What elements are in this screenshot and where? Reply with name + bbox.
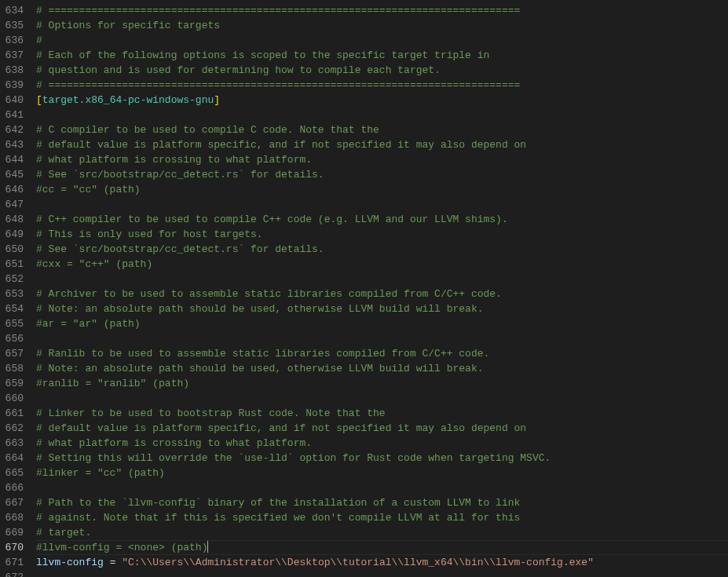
code-line[interactable]: # what platform is crossing to what plat… (36, 152, 728, 167)
code-line[interactable] (36, 108, 728, 122)
line-number: 661 (5, 406, 24, 421)
line-number: 666 (5, 480, 24, 495)
blank-line (36, 572, 42, 577)
code-line[interactable] (36, 391, 728, 406)
code-line[interactable]: # ======================================… (36, 78, 728, 93)
code-area[interactable]: # ======================================… (36, 0, 728, 577)
bracket-close: ] (214, 94, 220, 106)
line-number: 662 (5, 421, 24, 436)
section-name: target.x86_64-pc-windows-gnu (42, 94, 214, 106)
code-line[interactable] (36, 272, 728, 287)
code-line[interactable]: # what platform is crossing to what plat… (36, 436, 728, 451)
comment-text: # ======================================… (36, 5, 520, 16)
comment-text: #ar = "ar" (path) (36, 318, 141, 330)
comment-text: # This is only used for host targets. (36, 228, 263, 240)
line-number: 644 (5, 152, 24, 167)
code-line[interactable]: # Each of the following options is scope… (36, 48, 728, 63)
code-line[interactable] (36, 570, 728, 577)
code-line[interactable]: # Note: an absolute path should be used,… (36, 361, 728, 376)
blank-line (36, 199, 42, 210)
line-number: 640 (5, 93, 24, 108)
code-line[interactable]: # Ranlib to be used to assemble static l… (36, 346, 728, 361)
line-number: 637 (5, 48, 24, 63)
comment-text: #cxx = "c++" (path) (36, 258, 152, 270)
code-line[interactable]: # Archiver to be used to assemble static… (36, 287, 728, 301)
code-editor[interactable]: 6346356366376386396406416426436446456466… (0, 0, 728, 577)
code-line[interactable]: #llvm-config = <none> (path) (36, 540, 728, 555)
code-line[interactable]: # Path to the `llvm-config` binary of th… (36, 495, 728, 510)
line-number: 663 (5, 436, 24, 451)
code-line[interactable]: # (36, 33, 728, 48)
comment-text: # Linker to be used to bootstrap Rust co… (36, 407, 386, 419)
code-line[interactable]: # Note: an absolute path should be used,… (36, 301, 728, 316)
comment-text: # See `src/bootstrap/cc_detect.rs` for d… (36, 243, 324, 255)
code-line[interactable]: # C++ compiler to be used to compile C++… (36, 212, 728, 227)
line-number: 655 (5, 316, 24, 331)
code-line[interactable]: #cxx = "c++" (path) (36, 257, 728, 272)
bracket-open: [ (36, 94, 42, 106)
code-line[interactable]: # question and is used for determining h… (36, 63, 728, 78)
comment-text: # question and is used for determining h… (36, 64, 441, 76)
comment-text: # Path to the `llvm-config` binary of th… (36, 497, 520, 509)
comment-text: # what platform is crossing to what plat… (36, 154, 312, 166)
line-number: 642 (5, 122, 24, 137)
line-number-gutter: 6346356366376386396406416426436446456466… (0, 0, 36, 577)
code-line[interactable]: #ar = "ar" (path) (36, 316, 728, 331)
code-line[interactable] (36, 331, 728, 346)
comment-text: # Note: an absolute path should be used,… (36, 363, 484, 374)
code-line[interactable] (36, 480, 728, 495)
comment-text: # (36, 35, 42, 46)
line-number: 634 (5, 3, 24, 18)
comment-text: # Archiver to be used to assemble static… (36, 288, 502, 300)
line-number: 657 (5, 346, 24, 361)
comment-text: # ======================================… (36, 79, 520, 91)
code-line[interactable]: # ======================================… (36, 3, 728, 18)
blank-line (36, 273, 42, 285)
line-number: 635 (5, 18, 24, 33)
comment-text: # Note: an absolute path should be used,… (36, 303, 484, 315)
line-number: 636 (5, 33, 24, 48)
comment-text: # default value is platform specific, an… (36, 139, 526, 151)
text-cursor (207, 540, 208, 553)
code-line[interactable]: llvm-config = "C:\\Users\\Administrator\… (36, 555, 728, 570)
code-line[interactable]: # Setting this will override the `use-ll… (36, 451, 728, 466)
line-number: 671 (5, 555, 24, 570)
code-line[interactable]: # See `src/bootstrap/cc_detect.rs` for d… (36, 167, 728, 182)
line-number: 648 (5, 212, 24, 227)
code-line[interactable]: #ranlib = "ranlib" (path) (36, 376, 728, 391)
code-line[interactable]: # Options for specific targets (36, 18, 728, 33)
line-number: 639 (5, 78, 24, 93)
line-number: 643 (5, 137, 24, 152)
code-line[interactable]: # against. Note that if this is specifie… (36, 510, 728, 525)
comment-text: # C++ compiler to be used to compile C++… (36, 214, 508, 225)
code-line[interactable]: # C compiler to be used to compile C cod… (36, 122, 728, 137)
line-number: 649 (5, 227, 24, 242)
code-line[interactable]: # target. (36, 525, 728, 540)
code-line[interactable] (36, 197, 728, 212)
code-line[interactable]: #linker = "cc" (path) (36, 466, 728, 480)
blank-line (36, 482, 42, 494)
line-number: 669 (5, 525, 24, 540)
line-number: 638 (5, 63, 24, 78)
code-line[interactable]: [target.x86_64-pc-windows-gnu] (36, 93, 728, 108)
line-number: 652 (5, 272, 24, 287)
line-number: 659 (5, 376, 24, 391)
line-number: 656 (5, 331, 24, 346)
comment-text: # Setting this will override the `use-ll… (36, 452, 551, 464)
line-number: 653 (5, 287, 24, 301)
line-number: 651 (5, 257, 24, 272)
code-line[interactable]: #cc = "cc" (path) (36, 182, 728, 197)
code-line[interactable]: # Linker to be used to bootstrap Rust co… (36, 406, 728, 421)
blank-line (36, 393, 42, 404)
comment-text: # default value is platform specific, an… (36, 422, 526, 434)
code-line[interactable]: # See `src/bootstrap/cc_detect.rs` for d… (36, 242, 728, 257)
comment-text: #ranlib = "ranlib" (path) (36, 378, 189, 389)
comment-text: # target. (36, 527, 91, 539)
line-number: 665 (5, 466, 24, 480)
config-key: llvm-config (36, 557, 104, 568)
code-line[interactable]: # default value is platform specific, an… (36, 137, 728, 152)
code-line[interactable]: # This is only used for host targets. (36, 227, 728, 242)
code-line[interactable]: # default value is platform specific, an… (36, 421, 728, 436)
comment-text: #llvm-config = <none> (path) (36, 542, 207, 553)
line-number: 672 (5, 570, 24, 577)
